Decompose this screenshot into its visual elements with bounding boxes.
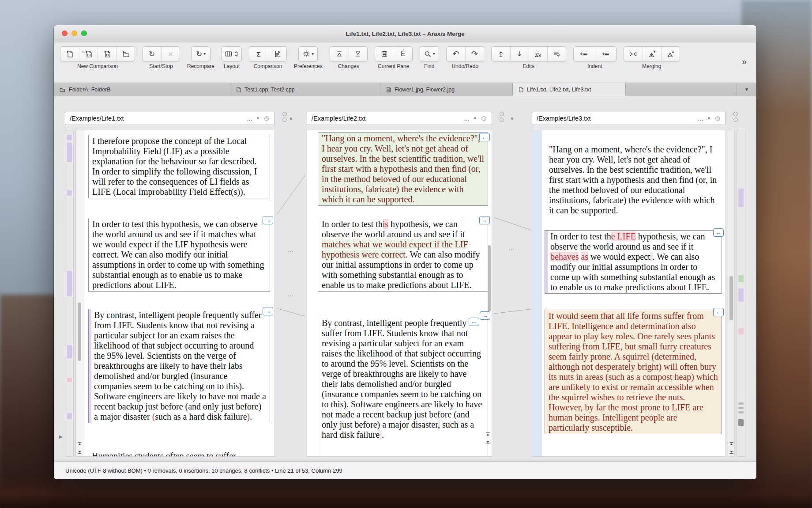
scroll-to-bottom-icon[interactable] — [729, 449, 734, 455]
tab-test1-test2[interactable]: Test1.cpp, Test2.cpp — [230, 83, 380, 96]
delete-edit-icon — [534, 50, 542, 58]
tab-foldera-folderb[interactable]: FolderA, FolderB — [54, 83, 230, 96]
comparison-summary-button[interactable]: Σ — [249, 47, 268, 61]
browse-ellipsis-button[interactable]: … — [247, 116, 252, 121]
change-mark — [738, 189, 744, 207]
chevron-down-icon: ▾ — [433, 52, 435, 56]
tab-flower1-flower2[interactable]: Flower1.jpg, Flower2.jpg — [380, 83, 513, 96]
previous-change-button[interactable] — [330, 47, 349, 61]
pane1-change-marker-strip[interactable] — [65, 130, 74, 457]
minimize-window-button[interactable] — [71, 30, 77, 36]
pane1-path-bar[interactable]: /Examples/Life1.txt … ▾ — [65, 112, 275, 125]
araxis-merge-window: Life1.txt, Life2.txt, Life3.txt – Araxis… — [54, 25, 756, 479]
tab-life1-life2-life3[interactable]: Life1.txt, Life2.txt, Life3.txt — [513, 83, 626, 96]
pane2-scrollbar-thumb[interactable] — [488, 245, 491, 311]
change-block[interactable]: Humanities students often seem to suffer — [88, 450, 270, 457]
change-block-inserted[interactable]: It would seem that all life forms suffer… — [545, 310, 722, 434]
path-dropdown-button[interactable]: ▾ — [708, 116, 710, 121]
merge-conflicts-up-button[interactable] — [643, 47, 661, 61]
pane1-scrollbar-thumb[interactable] — [78, 303, 81, 361]
pane1-link-toggle[interactable] — [282, 112, 287, 122]
remove-edit-button[interactable] — [529, 47, 547, 61]
paragraph-text: In order to test this hypothesis, we can… — [322, 219, 480, 290]
history-clock-icon[interactable] — [263, 115, 270, 122]
merge-right-button[interactable]: → — [263, 307, 273, 315]
scroll-to-top-icon[interactable] — [485, 432, 491, 437]
insert-change-after-button[interactable] — [510, 47, 529, 61]
path-dropdown-button[interactable]: ▾ — [474, 116, 476, 121]
history-clock-icon[interactable] — [714, 115, 721, 122]
pane3-path-bar[interactable]: /Examples/Life3.txt … ▾ — [532, 112, 726, 125]
tab-list-dropdown-button[interactable]: ▼ — [737, 83, 756, 96]
new-binary-comparison-button[interactable]: 01 — [79, 47, 98, 61]
accept-edits-button[interactable] — [547, 47, 566, 61]
title-bar[interactable]: Life1.txt, Life2.txt, Life3.txt – Araxis… — [54, 25, 756, 42]
redo-button[interactable]: ↷ — [465, 47, 484, 61]
pane3-change-marker-strip[interactable] — [737, 130, 745, 457]
encoding-button[interactable]: É — [394, 47, 412, 61]
pane1-scrollbar-track[interactable] — [76, 130, 83, 456]
outdent-button[interactable] — [574, 47, 595, 61]
pane3-document[interactable]: "Hang on a moment, where's the evidence?… — [532, 130, 726, 457]
merge-left-button[interactable]: ← — [713, 308, 724, 316]
toolbar-overflow-button[interactable]: » — [742, 57, 750, 73]
change-mark — [67, 271, 72, 296]
pane3-scrollbar-track[interactable] — [728, 130, 735, 457]
path-dropdown-button[interactable]: ▾ — [257, 116, 259, 121]
recompare-button[interactable]: ↻ ▾ — [192, 47, 210, 61]
pane3-scrollbar-thumb[interactable] — [729, 276, 733, 320]
stop-comparison-button[interactable]: × — [161, 47, 180, 61]
last-change-icon — [354, 50, 362, 58]
next-change-button[interactable] — [349, 47, 367, 61]
close-window-button[interactable] — [62, 30, 68, 36]
pane2-document[interactable]: "Hang on a moment, where's the evidence?… — [307, 130, 492, 457]
change-block[interactable]: "Hang on a moment, where's the evidence?… — [545, 144, 722, 216]
change-block[interactable]: In order to test this hypothesis, we can… — [318, 218, 488, 292]
preferences-button[interactable]: ▾ — [299, 47, 317, 61]
chevron-down-icon: ▾ — [203, 52, 206, 56]
toolbar-group-indent: Indent — [573, 46, 617, 69]
pane3-link-toggle[interactable] — [733, 112, 738, 122]
change-block[interactable]: I therefore propose the concept of the L… — [88, 135, 270, 198]
layout-columns-icon — [225, 50, 233, 58]
scroll-to-top-icon[interactable] — [77, 441, 83, 447]
save-button[interactable] — [375, 47, 394, 61]
change-mark — [738, 288, 744, 302]
change-block[interactable]: By contrast, intelligent people frequent… — [88, 309, 270, 423]
merge-left-button[interactable]: ← — [713, 228, 724, 237]
comparison-report-button[interactable] — [268, 47, 286, 61]
merge-right-button[interactable]: → — [480, 311, 490, 320]
pane2-file-path: /Examples/Life2.txt — [312, 115, 459, 122]
merge-both-button[interactable] — [624, 47, 643, 61]
merge-right-button[interactable]: → — [263, 216, 273, 224]
pane1-document[interactable]: I therefore propose the concept of the L… — [75, 130, 275, 457]
indent-button[interactable] — [595, 47, 616, 61]
pane2-link-toggle[interactable] — [500, 112, 504, 122]
change-block[interactable]: By contrast, intelligent people frequent… — [318, 317, 488, 457]
scroll-to-top-icon[interactable] — [729, 441, 734, 447]
pane2-path-bar[interactable]: /Examples/Life2.txt … ▾ — [307, 112, 492, 125]
history-clock-icon[interactable] — [481, 115, 487, 122]
scroll-to-bottom-icon[interactable] — [77, 449, 83, 455]
start-comparison-button[interactable]: ↻ — [143, 47, 161, 61]
merge-conflicts-down-button[interactable] — [661, 47, 680, 61]
new-text-comparison-button[interactable] — [60, 47, 79, 61]
zoom-window-button[interactable] — [81, 30, 87, 36]
browse-ellipsis-button[interactable]: … — [464, 116, 470, 121]
toolbar-group-label: New Comparison — [77, 63, 118, 69]
change-block-inserted[interactable]: "Hang on a moment, where's the evidence?… — [318, 132, 488, 206]
new-folder-comparison-button[interactable] — [116, 47, 135, 61]
scroll-to-bottom-icon[interactable] — [485, 439, 491, 445]
merge-right-button[interactable]: → — [479, 216, 490, 224]
change-block-conflict[interactable]: In order to test the LIFE hypothesis, we… — [545, 230, 722, 294]
undo-button[interactable]: ↶ — [447, 47, 465, 61]
change-block[interactable]: In order to test this hypothesis, we can… — [88, 218, 270, 292]
find-button[interactable]: ▾ — [420, 47, 439, 61]
pane-expander-button[interactable]: ▶ — [59, 434, 63, 439]
merge-left-button[interactable]: ← — [469, 318, 479, 326]
browse-ellipsis-button[interactable]: … — [698, 116, 703, 121]
new-image-comparison-button[interactable] — [98, 47, 116, 61]
merge-left-button[interactable]: ← — [479, 133, 490, 141]
insert-change-before-button[interactable] — [492, 47, 510, 61]
layout-button[interactable] — [222, 47, 241, 61]
